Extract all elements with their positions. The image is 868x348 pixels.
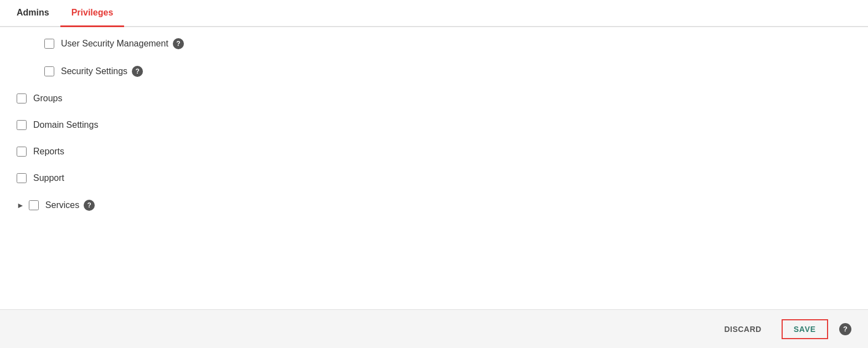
checkbox-user-security-management[interactable]	[44, 39, 54, 49]
label-domain-settings: Domain Settings	[33, 120, 98, 130]
checkbox-domain-settings[interactable]	[17, 120, 27, 130]
checkbox-reports[interactable]	[17, 147, 27, 157]
footer: DISCARD SAVE ?	[0, 309, 868, 348]
help-icon-footer[interactable]: ?	[839, 323, 851, 335]
help-icon-user-security-management[interactable]: ?	[173, 38, 184, 49]
privilege-services: ► Services ?	[17, 200, 851, 211]
tabs-container: Admins Privileges	[0, 0, 868, 27]
privilege-security-settings: Security Settings ?	[44, 66, 851, 77]
expand-arrow-services[interactable]: ►	[17, 201, 24, 210]
help-icon-security-settings[interactable]: ?	[132, 66, 143, 77]
privilege-reports: Reports	[17, 147, 851, 157]
checkbox-groups[interactable]	[17, 94, 27, 103]
help-icon-services[interactable]: ?	[84, 200, 95, 211]
main-content: User Security Management ? Security Sett…	[0, 27, 868, 309]
privilege-user-security-management: User Security Management ?	[44, 38, 851, 49]
label-services: Services	[45, 200, 79, 210]
checkbox-support[interactable]	[17, 173, 27, 183]
checkbox-security-settings[interactable]	[44, 66, 54, 76]
label-user-security-management: User Security Management	[61, 39, 168, 49]
checkbox-services[interactable]	[29, 200, 39, 210]
tab-privileges[interactable]: Privileges	[60, 0, 125, 27]
privilege-support: Support	[17, 173, 851, 183]
label-groups: Groups	[33, 94, 62, 103]
label-reports: Reports	[33, 147, 64, 157]
discard-button[interactable]: DISCARD	[715, 320, 770, 338]
label-security-settings: Security Settings	[61, 66, 127, 76]
tab-admins[interactable]: Admins	[6, 0, 60, 27]
privilege-groups: Groups	[17, 94, 851, 103]
save-button[interactable]: SAVE	[782, 319, 828, 339]
privilege-domain-settings: Domain Settings	[17, 120, 851, 130]
label-support: Support	[33, 173, 64, 183]
